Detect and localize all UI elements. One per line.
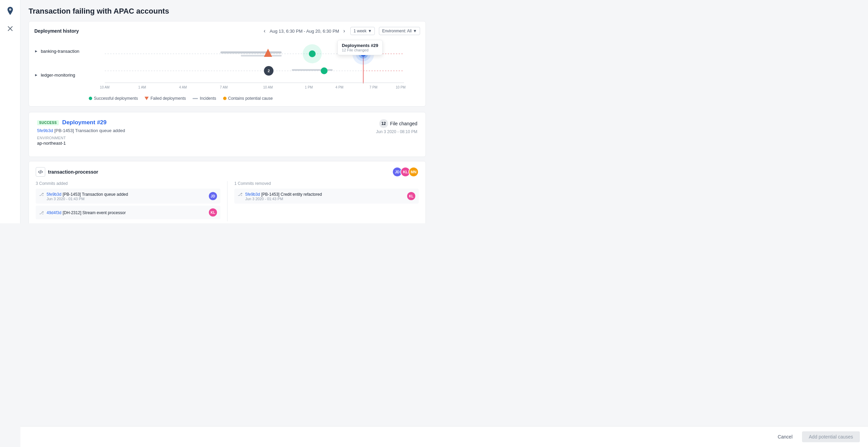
svg-text:7 AM: 7 AM xyxy=(220,85,228,89)
service-row-ledger[interactable]: ► ledger-monitoring xyxy=(34,66,89,83)
service-card: transaction-processor JD KL MN 3 Commits… xyxy=(29,161,426,223)
commit-details-2: 49d4f3d [DH-2312] Stream event processor xyxy=(47,210,126,215)
sidebar xyxy=(0,0,20,223)
file-changed-badge: 12 File changed xyxy=(376,119,417,128)
svg-text:4 PM: 4 PM xyxy=(335,85,343,89)
service-name-ledger: ledger-monitoring xyxy=(41,73,75,78)
legend-failed: Failed deployments xyxy=(145,96,186,101)
svg-rect-10 xyxy=(220,51,282,53)
commit-msg-1: [PB-1453] Transaction queue added xyxy=(63,192,128,197)
chevron-down-icon-env: ▼ xyxy=(413,29,417,33)
commits-removed-title: 1 Commits removed xyxy=(234,181,419,186)
chevron-right-icon-2: ► xyxy=(34,73,38,77)
date-nav: ‹ Aug 13, 6:30 PM - Aug 20, 6:30 PM › xyxy=(262,28,346,34)
git-commit-icon-removed-1: ⎇ xyxy=(238,192,243,197)
page-title: Transaction failing with APAC accounts xyxy=(29,7,426,16)
deployment-commit: 5fe9b3d [PB-1453] Transaction queue adde… xyxy=(37,128,125,133)
chart-legend: Successful deployments Failed deployment… xyxy=(34,96,420,101)
svg-point-22 xyxy=(321,67,328,74)
deployment-card-left: SUCCESS Deployment #29 5fe9b3d [PB-1453]… xyxy=(37,119,125,146)
commit-info-removed-1: ⎇ 5fe9b3d [PB-1453] Credit entity refact… xyxy=(238,191,322,201)
deployment-card-right: 12 File changed Jun 3 2020 - 08:10 PM xyxy=(376,119,417,134)
file-count: 12 xyxy=(379,119,388,128)
location-pin-icon[interactable] xyxy=(5,5,16,16)
service-label: transaction-processor xyxy=(48,169,98,175)
file-changed-label: File changed xyxy=(390,121,417,126)
svg-point-1 xyxy=(10,9,11,10)
deployment-date: Jun 3 2020 - 08:10 PM xyxy=(376,129,417,134)
commit-info-1: ⎇ 5fe9b3d [PB-1453] Transaction queue ad… xyxy=(39,191,128,201)
commit-hash-link-2[interactable]: 49d4f3d xyxy=(47,210,61,215)
legend-incidents: Incidents xyxy=(193,96,216,101)
potential-cause-label: Contains potential cause xyxy=(228,96,273,101)
commit-details-1: 5fe9b3d [PB-1453] Transaction queue adde… xyxy=(47,191,128,201)
commits-added-column: 3 Commits added ⎇ 5fe9b3d [PB-1453] Tran… xyxy=(36,181,227,221)
commits-removed-column: 1 Commits removed ⎇ 5fe9b3d [PB-1453] Cr… xyxy=(227,181,419,221)
deployment-tooltip: Deployments #29 12 File changed xyxy=(337,40,383,55)
avatar-3: MN xyxy=(408,167,419,177)
time-window-dropdown[interactable]: 1 week ▼ xyxy=(350,27,375,35)
commit-info-2: ⎇ 49d4f3d [DH-2312] Stream event process… xyxy=(39,210,126,215)
successful-dot xyxy=(89,97,92,100)
status-badge: SUCCESS xyxy=(37,120,59,125)
failed-label: Failed deployments xyxy=(150,96,186,101)
commit-row-removed-1: ⎇ 5fe9b3d [PB-1453] Credit entity refact… xyxy=(234,189,419,204)
svg-point-14 xyxy=(309,50,316,57)
svg-rect-11 xyxy=(241,55,282,57)
service-row-banking[interactable]: ► banking-transaction xyxy=(34,43,89,60)
commit-hash-link-removed-1[interactable]: 5fe9b3d xyxy=(245,192,260,197)
commits-added-title: 3 Commits added xyxy=(36,181,220,186)
git-commit-icon-2: ⎇ xyxy=(39,210,44,215)
commit-msg-2: [DH-2312] Stream event processor xyxy=(63,210,126,215)
svg-text:2: 2 xyxy=(268,69,270,73)
legend-successful: Successful deployments xyxy=(89,96,138,101)
chevron-right-icon: ► xyxy=(34,49,38,53)
svg-text:1 AM: 1 AM xyxy=(138,85,146,89)
commit-message: [PB-1453] Transaction queue added xyxy=(54,128,125,133)
svg-text:1 PM: 1 PM xyxy=(305,85,313,89)
date-range: Aug 13, 6:30 PM - Aug 20, 6:30 PM xyxy=(270,29,339,34)
contributor-avatars: JD KL MN xyxy=(392,167,419,177)
failed-triangle xyxy=(145,97,149,100)
commit-hash-link-1[interactable]: 5fe9b3d xyxy=(47,192,61,197)
commit-hash: 5fe9b3d xyxy=(37,128,53,133)
service-name-banking: banking-transaction xyxy=(41,49,79,54)
environment-value: ap-northeast-1 xyxy=(37,141,125,146)
tooltip-title: Deployments #29 xyxy=(342,43,378,48)
commit-avatar-removed-1: KL xyxy=(407,192,415,200)
chart-services: ► banking-transaction ► ledger-monitorin… xyxy=(34,39,89,95)
service-name-header: transaction-processor xyxy=(36,167,98,177)
legend-potential-cause: Contains potential cause xyxy=(223,96,273,101)
prev-date-button[interactable]: ‹ xyxy=(262,28,267,34)
commit-row-added-2: ⎇ 49d4f3d [DH-2312] Stream event process… xyxy=(36,206,220,219)
commit-date-removed-1: Jun 3 2020 - 01:43 PM xyxy=(245,197,322,201)
dh-controls: ‹ Aug 13, 6:30 PM - Aug 20, 6:30 PM › 1 … xyxy=(262,27,420,35)
deployment-history-section: Deployment history ‹ Aug 13, 6:30 PM - A… xyxy=(29,21,426,107)
chevron-down-icon: ▼ xyxy=(368,29,372,33)
incidents-dash xyxy=(193,98,198,99)
svg-text:10 AM: 10 AM xyxy=(263,85,273,89)
svg-text:4 AM: 4 AM xyxy=(179,85,187,89)
main-content: Transaction failing with APAC accounts D… xyxy=(20,0,434,223)
potential-cause-dot xyxy=(223,97,227,100)
deployment-name[interactable]: Deployment #29 xyxy=(62,119,106,126)
service-code-icon xyxy=(36,167,45,177)
environment-label: Environment xyxy=(37,136,125,140)
deployment-heading: SUCCESS Deployment #29 xyxy=(37,119,125,126)
environment-dropdown[interactable]: Environment: All ▼ xyxy=(379,27,420,35)
commit-date-1: Jun 3 2020 - 01:43 PM xyxy=(47,197,128,201)
svg-text:7 PM: 7 PM xyxy=(369,85,377,89)
deployment-detail-card: SUCCESS Deployment #29 5fe9b3d [PB-1453]… xyxy=(29,112,426,157)
service-card-header: transaction-processor JD KL MN xyxy=(36,167,419,177)
tooltip-subtitle: 12 File changed xyxy=(342,48,378,52)
svg-text:10 PM: 10 PM xyxy=(396,85,406,89)
svg-text:10 AM: 10 AM xyxy=(100,85,110,89)
commits-grid: 3 Commits added ⎇ 5fe9b3d [PB-1453] Tran… xyxy=(36,181,419,221)
next-date-button[interactable]: › xyxy=(342,28,346,34)
deployment-history-title: Deployment history xyxy=(34,28,79,34)
commit-msg-removed-1: [PB-1453] Credit entity refactored xyxy=(261,192,322,197)
close-icon[interactable] xyxy=(5,23,16,34)
incidents-label: Incidents xyxy=(200,96,216,101)
commit-avatar-1: JD xyxy=(209,192,217,200)
commit-row-added-1: ⎇ 5fe9b3d [PB-1453] Transaction queue ad… xyxy=(36,189,220,204)
